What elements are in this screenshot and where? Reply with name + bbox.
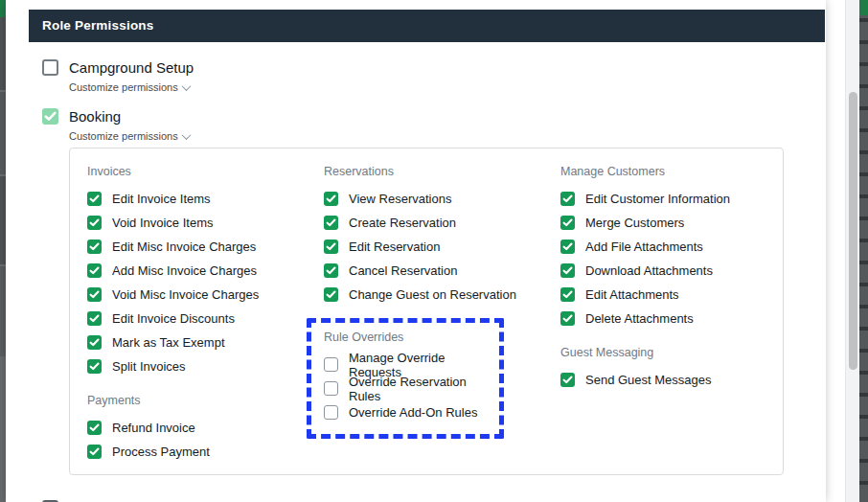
permission-section: Reservations View Reservations Create Re…: [324, 164, 560, 307]
customize-permissions-link[interactable]: Customize permissions: [69, 81, 190, 93]
section-title: Payments: [87, 393, 324, 409]
permission-label: Send Guest Messages: [585, 373, 712, 387]
module-row: Booking: [42, 106, 194, 126]
permission-label: Edit Customer Information: [585, 192, 730, 206]
check-icon: [562, 218, 573, 227]
check-icon: [89, 194, 100, 203]
customize-permissions-label: Customize permissions: [69, 130, 178, 142]
permissions-panel: Invoices Edit Invoice Items Void Invoice…: [69, 148, 784, 475]
permission-row: Edit Reservation: [324, 235, 560, 259]
permission-section: Guest Messaging Send Guest Messages: [560, 345, 730, 392]
permission-checkbox[interactable]: [324, 263, 338, 278]
permission-row: Cancel Reservation: [324, 259, 560, 283]
permission-label: Edit Invoice Items: [112, 192, 211, 206]
check-icon: [562, 314, 573, 323]
permission-checkbox[interactable]: [560, 373, 575, 387]
permission-row: Merge Customers: [560, 211, 730, 235]
permission-row: Edit Customer Information: [560, 187, 730, 211]
permission-row: Void Invoice Items: [87, 211, 324, 235]
permission-label: View Reservations: [349, 192, 451, 206]
module-row: Campground Setup: [42, 57, 194, 77]
permission-checkbox[interactable]: [87, 421, 102, 435]
role-permissions-screen: { "modal": { "title": "Role Permissions"…: [0, 0, 868, 502]
background-page-right-sliver: [859, 0, 868, 502]
section-title: Manage Customers: [560, 164, 730, 180]
permission-label: Edit Invoice Discounts: [112, 311, 235, 326]
permission-label: Cancel Reservation: [349, 263, 457, 278]
check-icon: [326, 290, 336, 299]
permission-label: Edit Attachments: [585, 287, 679, 302]
permission-checkbox[interactable]: [87, 335, 102, 350]
permission-row: Edit Invoice Discounts: [87, 307, 324, 331]
permission-row: Process Payment: [87, 440, 324, 464]
permission-checkbox[interactable]: [560, 192, 575, 206]
module-list: Campground Setup Customize permissions B…: [42, 57, 194, 155]
permission-row: Split Invoices: [87, 354, 324, 378]
permission-checkbox[interactable]: [560, 216, 575, 230]
permission-label: Override Add-On Rules: [349, 405, 477, 420]
module-checkbox[interactable]: [42, 108, 58, 125]
permission-label: Edit Misc Invoice Charges: [112, 240, 256, 254]
permission-checkbox[interactable]: [87, 287, 102, 302]
permission-checkbox[interactable]: [324, 240, 338, 254]
check-icon: [89, 242, 100, 251]
permission-checkbox[interactable]: [87, 445, 102, 459]
permission-checkbox[interactable]: [87, 311, 102, 326]
module-1: Booking Customize permissions: [42, 106, 194, 142]
permission-checkbox[interactable]: [324, 192, 338, 206]
permission-checkbox[interactable]: [560, 263, 575, 278]
permission-label: Override Reservation Rules: [349, 375, 490, 403]
module-checkbox[interactable]: [42, 59, 58, 76]
permission-row: Send Guest Messages: [560, 368, 730, 392]
highlighted-section: Rule Overrides Manage Override Requests …: [307, 318, 504, 439]
permission-row: Manage Override Requests: [324, 353, 490, 376]
permission-checkbox[interactable]: [324, 357, 338, 372]
check-icon: [326, 266, 336, 275]
permission-label: Create Reservation: [349, 216, 456, 230]
permission-checkbox[interactable]: [324, 216, 338, 230]
page-scrollbar-track[interactable]: [845, 0, 859, 502]
check-icon: [562, 376, 573, 384]
check-icon: [326, 242, 336, 251]
check-icon: [89, 218, 100, 227]
check-icon: [326, 194, 336, 203]
permission-checkbox[interactable]: [560, 287, 575, 302]
permission-checkbox[interactable]: [87, 359, 102, 374]
check-icon: [89, 338, 100, 347]
permission-label: Edit Reservation: [349, 240, 440, 254]
permission-label: Change Guest on Reservation: [349, 287, 516, 302]
permission-checkbox[interactable]: [87, 216, 102, 230]
permission-checkbox[interactable]: [324, 287, 338, 302]
permission-checkbox[interactable]: [560, 311, 575, 326]
permission-checkbox[interactable]: [87, 192, 102, 206]
permission-checkbox[interactable]: [87, 240, 102, 254]
check-icon: [326, 218, 336, 227]
permission-label: Merge Customers: [585, 216, 684, 230]
permission-row: Refund Invoice: [87, 416, 324, 440]
permission-row: Override Reservation Rules: [324, 376, 490, 400]
permission-label: Add File Attachments: [585, 240, 703, 254]
check-icon: [44, 111, 57, 122]
permission-section: Invoices Edit Invoice Items Void Invoice…: [87, 164, 324, 378]
permission-row: Void Misc Invoice Charges: [87, 283, 324, 307]
permission-row: Override Add-On Rules: [324, 400, 490, 424]
permission-row: Mark as Tax Exempt: [87, 331, 324, 354]
customize-permissions-link[interactable]: Customize permissions: [69, 130, 190, 142]
permission-section: Manage Customers Edit Customer Informati…: [560, 164, 730, 331]
permission-label: Refund Invoice: [112, 421, 195, 435]
permission-row: Edit Attachments: [560, 283, 730, 307]
permission-row: Change Guest on Reservation: [324, 283, 560, 307]
permission-label: Add Misc Invoice Charges: [112, 263, 257, 278]
chevron-down-icon: [181, 130, 191, 140]
permission-checkbox[interactable]: [324, 405, 338, 420]
permission-checkbox[interactable]: [324, 381, 338, 396]
permission-checkbox[interactable]: [87, 263, 102, 278]
section-title: Guest Messaging: [560, 345, 730, 361]
module-label: Booking: [69, 108, 121, 125]
permission-row: Add Misc Invoice Charges: [87, 259, 324, 283]
section-title: Invoices: [87, 164, 324, 180]
section-title: Rule Overrides: [324, 330, 490, 346]
modal-title: Role Permissions: [42, 18, 154, 33]
page-scrollbar-thumb[interactable]: [849, 92, 857, 370]
permission-checkbox[interactable]: [560, 240, 575, 254]
